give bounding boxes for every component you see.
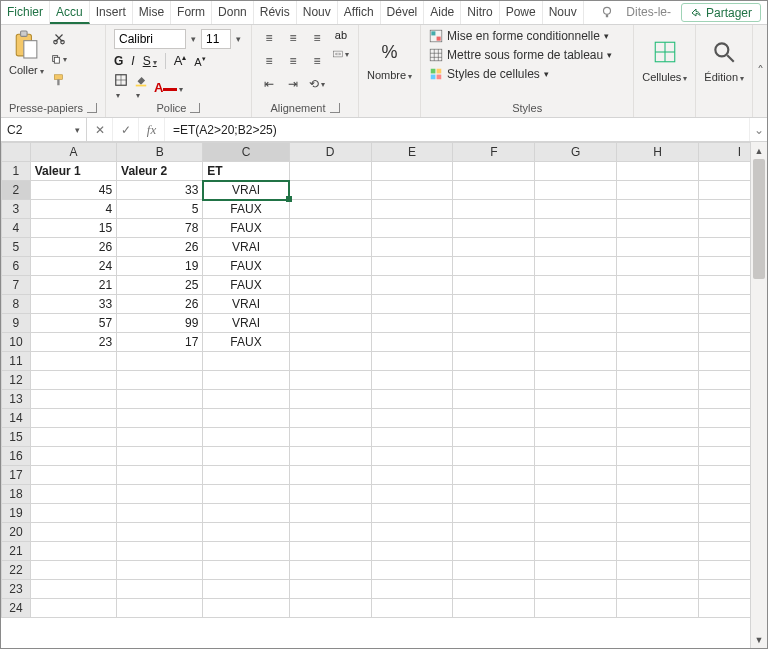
cell-F4[interactable] (453, 219, 535, 238)
cell-G11[interactable] (535, 352, 617, 371)
cut-icon[interactable] (50, 29, 68, 47)
col-header-A[interactable]: A (30, 143, 116, 162)
cells-icon[interactable] (652, 39, 678, 65)
share-button[interactable]: Partager (681, 3, 761, 22)
cell-G13[interactable] (535, 390, 617, 409)
cell-G24[interactable] (535, 599, 617, 618)
tab-aide-8[interactable]: Aide (424, 1, 461, 24)
cell-E10[interactable] (371, 333, 453, 352)
col-header-E[interactable]: E (371, 143, 453, 162)
cell-D13[interactable] (289, 390, 371, 409)
cell-A21[interactable] (30, 542, 116, 561)
cell-F10[interactable] (453, 333, 535, 352)
cell-H19[interactable] (617, 504, 699, 523)
cell-E5[interactable] (371, 238, 453, 257)
row-header-10[interactable]: 10 (2, 333, 31, 352)
conditional-formatting-button[interactable]: Mise en forme conditionnelle▾ (429, 29, 612, 43)
paste-label[interactable]: Coller (9, 64, 44, 76)
tab-mise-1[interactable]: Mise (133, 1, 171, 24)
cell-I22[interactable] (699, 561, 750, 580)
cell-E8[interactable] (371, 295, 453, 314)
cell-C2[interactable]: VRAI (203, 181, 289, 200)
cell-C23[interactable] (203, 580, 289, 599)
tab-révis-4[interactable]: Révis (254, 1, 297, 24)
row-header-9[interactable]: 9 (2, 314, 31, 333)
cell-I21[interactable] (699, 542, 750, 561)
enter-formula-button[interactable]: ✓ (113, 118, 139, 141)
align-center-icon[interactable]: ≡ (284, 52, 302, 70)
scroll-up-button[interactable]: ▲ (751, 142, 767, 159)
cell-A10[interactable]: 23 (30, 333, 116, 352)
cell-I13[interactable] (699, 390, 750, 409)
cell-H24[interactable] (617, 599, 699, 618)
cell-I5[interactable] (699, 238, 750, 257)
cell-F12[interactable] (453, 371, 535, 390)
row-header-6[interactable]: 6 (2, 257, 31, 276)
cell-A16[interactable] (30, 447, 116, 466)
cell-C16[interactable] (203, 447, 289, 466)
cell-D18[interactable] (289, 485, 371, 504)
cell-B24[interactable] (117, 599, 203, 618)
tab-file[interactable]: Fichier (1, 1, 50, 24)
cell-G20[interactable] (535, 523, 617, 542)
cell-A2[interactable]: 45 (30, 181, 116, 200)
row-header-17[interactable]: 17 (2, 466, 31, 485)
cell-H2[interactable] (617, 181, 699, 200)
cell-E24[interactable] (371, 599, 453, 618)
indent-increase-icon[interactable]: ⇥ (284, 75, 302, 93)
cell-E13[interactable] (371, 390, 453, 409)
cell-E4[interactable] (371, 219, 453, 238)
cell-B21[interactable] (117, 542, 203, 561)
cell-F15[interactable] (453, 428, 535, 447)
cell-E17[interactable] (371, 466, 453, 485)
tell-me-input[interactable]: Dites-le- (620, 1, 681, 24)
tab-donn-3[interactable]: Donn (212, 1, 254, 24)
format-painter-icon[interactable] (50, 71, 68, 89)
formula-input[interactable]: =ET(A2>20;B2>25) (165, 118, 749, 141)
cell-B14[interactable] (117, 409, 203, 428)
cell-E22[interactable] (371, 561, 453, 580)
cell-H15[interactable] (617, 428, 699, 447)
cell-D23[interactable] (289, 580, 371, 599)
cell-G10[interactable] (535, 333, 617, 352)
cell-H21[interactable] (617, 542, 699, 561)
tab-affich-6[interactable]: Affich (338, 1, 381, 24)
cell-A7[interactable]: 21 (30, 276, 116, 295)
cell-H13[interactable] (617, 390, 699, 409)
font-size-input[interactable] (201, 29, 231, 49)
cell-G14[interactable] (535, 409, 617, 428)
cell-C9[interactable]: VRAI (203, 314, 289, 333)
cell-E7[interactable] (371, 276, 453, 295)
row-header-16[interactable]: 16 (2, 447, 31, 466)
cell-C1[interactable]: ET (203, 162, 289, 181)
cell-A9[interactable]: 57 (30, 314, 116, 333)
collapse-ribbon-button[interactable]: ˄ (753, 25, 767, 117)
cell-C20[interactable] (203, 523, 289, 542)
cell-D21[interactable] (289, 542, 371, 561)
select-all-corner[interactable] (2, 143, 31, 162)
cell-E20[interactable] (371, 523, 453, 542)
cell-A19[interactable] (30, 504, 116, 523)
scroll-thumb[interactable] (753, 159, 765, 279)
cell-F9[interactable] (453, 314, 535, 333)
font-launcher[interactable] (190, 103, 200, 113)
cell-G16[interactable] (535, 447, 617, 466)
cell-C10[interactable]: FAUX (203, 333, 289, 352)
cell-I12[interactable] (699, 371, 750, 390)
tab-powe-10[interactable]: Powe (500, 1, 543, 24)
indent-decrease-icon[interactable]: ⇤ (260, 75, 278, 93)
row-header-23[interactable]: 23 (2, 580, 31, 599)
cell-B23[interactable] (117, 580, 203, 599)
cell-F11[interactable] (453, 352, 535, 371)
tab-insert-0[interactable]: Insert (90, 1, 133, 24)
cell-D6[interactable] (289, 257, 371, 276)
cell-I11[interactable] (699, 352, 750, 371)
row-header-19[interactable]: 19 (2, 504, 31, 523)
font-name-input[interactable] (114, 29, 186, 49)
insert-function-button[interactable]: fx (139, 118, 165, 141)
cell-D20[interactable] (289, 523, 371, 542)
row-header-18[interactable]: 18 (2, 485, 31, 504)
cell-C24[interactable] (203, 599, 289, 618)
cell-A24[interactable] (30, 599, 116, 618)
cell-H9[interactable] (617, 314, 699, 333)
